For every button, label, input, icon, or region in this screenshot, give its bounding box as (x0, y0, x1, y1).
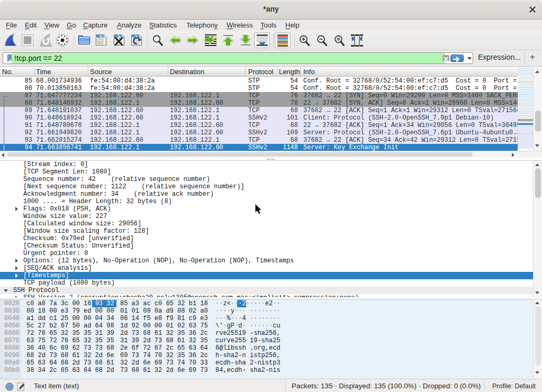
svg-text:0111: 0111 (97, 42, 104, 45)
